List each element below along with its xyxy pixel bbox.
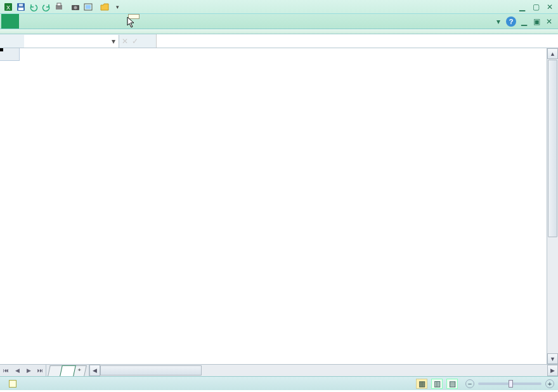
- macro-record-icon[interactable]: [9, 380, 16, 388]
- enter-formula-icon: ✓: [132, 37, 141, 46]
- zoom-in-button[interactable]: +: [545, 379, 554, 388]
- vertical-scrollbar[interactable]: ▲ ▼: [547, 48, 558, 364]
- file-tab[interactable]: [1, 14, 19, 29]
- print-preview-icon[interactable]: [53, 1, 65, 13]
- tab-developer[interactable]: [178, 14, 193, 29]
- close-button[interactable]: ✕: [544, 2, 555, 12]
- ribbon-body-collapsed: [0, 29, 558, 34]
- help-icon[interactable]: ?: [506, 16, 516, 27]
- svg-point-8: [74, 6, 77, 9]
- tab-review[interactable]: [147, 14, 162, 29]
- save-icon[interactable]: [15, 1, 27, 13]
- tooltip: [128, 14, 140, 19]
- tab-addins[interactable]: [193, 14, 208, 29]
- fill-handle[interactable]: [0, 48, 3, 51]
- status-bar: ▦ ▥ ▤ − +: [0, 376, 558, 390]
- folder-icon[interactable]: [99, 1, 110, 13]
- sheet-nav-prev[interactable]: ◀: [11, 365, 23, 376]
- tab-insert[interactable]: [34, 14, 49, 29]
- scroll-down-button[interactable]: ▼: [547, 353, 558, 364]
- zoom-out-button[interactable]: −: [465, 379, 474, 388]
- screenshot-icon[interactable]: [82, 1, 94, 13]
- sheet-tabs: ⁺: [46, 365, 84, 376]
- view-normal-button[interactable]: ▦: [416, 379, 427, 389]
- scroll-right-button[interactable]: ▶: [547, 365, 558, 376]
- camera-icon[interactable]: [70, 1, 81, 13]
- quick-access-toolbar: X ▾: [3, 1, 123, 13]
- svg-text:X: X: [6, 4, 10, 11]
- sheet-tab-sheet6[interactable]: [60, 365, 76, 376]
- workbook-minimize-button[interactable]: ▁: [519, 16, 529, 27]
- sheet-nav-next[interactable]: ▶: [23, 365, 34, 376]
- sheet-tab-bar: ⏮ ◀ ▶ ⏭ ⁺ ◀ ▶: [0, 364, 558, 376]
- name-box-dropdown[interactable]: ▾: [108, 37, 119, 46]
- tab-home[interactable]: [19, 14, 34, 29]
- minimize-button[interactable]: ▁: [516, 2, 528, 12]
- sheet-nav: ⏮ ◀ ▶ ⏭: [0, 365, 46, 376]
- title-bar: X ▾ ▁ ▢ ✕: [0, 0, 558, 14]
- worksheet-area: ▲ ▼: [0, 48, 558, 364]
- workbook-close-button[interactable]: ✕: [544, 16, 554, 27]
- excel-icon[interactable]: X: [3, 1, 14, 13]
- maximize-button[interactable]: ▢: [530, 2, 542, 12]
- scroll-left-button[interactable]: ◀: [89, 365, 100, 376]
- view-pagebreak-button[interactable]: ▤: [446, 379, 458, 389]
- horizontal-scroll-thumb[interactable]: [100, 365, 202, 376]
- zoom-slider[interactable]: [478, 382, 542, 385]
- cancel-formula-icon: ✕: [122, 37, 131, 46]
- view-pagelayout-button[interactable]: ▥: [431, 379, 443, 389]
- undo-icon[interactable]: [28, 1, 39, 13]
- window-controls: ▁ ▢ ✕: [516, 2, 555, 12]
- name-box[interactable]: ▾: [24, 35, 119, 48]
- tab-view[interactable]: [162, 14, 178, 29]
- sheet-grid[interactable]: [0, 48, 547, 364]
- ribbon-tabs: ▾ ? ▁ ▣ ✕: [0, 14, 558, 29]
- scroll-up-button[interactable]: ▲: [547, 48, 558, 59]
- svg-rect-10: [86, 5, 91, 9]
- formula-bar: ▾ ✕ ✓: [0, 34, 558, 48]
- ribbon-minimize-icon[interactable]: ▾: [493, 16, 503, 27]
- tab-pagelayout[interactable]: [49, 14, 65, 29]
- zoom-slider-thumb[interactable]: [509, 380, 513, 388]
- svg-rect-6: [57, 3, 61, 6]
- svg-rect-3: [18, 8, 23, 10]
- workbook-restore-button[interactable]: ▣: [531, 16, 542, 27]
- svg-rect-4: [19, 4, 23, 6]
- qat-customize-dropdown[interactable]: ▾: [112, 1, 123, 13]
- vertical-scroll-thumb[interactable]: [548, 60, 557, 237]
- horizontal-scrollbar[interactable]: ◀ ▶: [89, 365, 558, 376]
- redo-icon[interactable]: [41, 1, 52, 13]
- formula-input[interactable]: [156, 34, 558, 48]
- sheet-nav-last[interactable]: ⏭: [34, 365, 46, 376]
- sheet-nav-first[interactable]: ⏮: [0, 365, 11, 376]
